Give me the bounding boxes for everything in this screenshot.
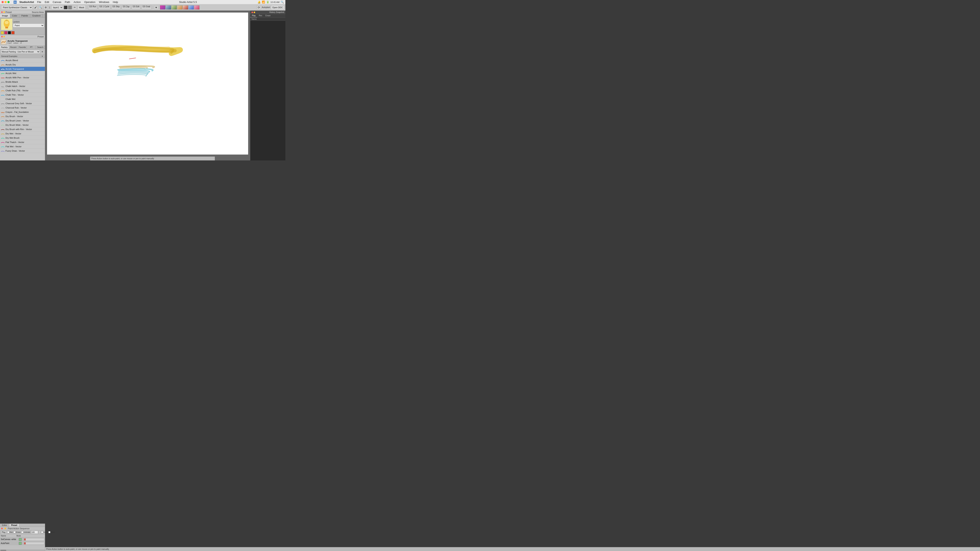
background-color[interactable] — [68, 6, 72, 9]
brush-list-item[interactable]: Acrylic With Pen - Vector — [0, 75, 45, 80]
preset-tab-pt[interactable]: PT — [27, 46, 36, 49]
swatch-pink[interactable] — [4, 31, 8, 34]
gs-skip-button[interactable]: GS Skip — [111, 5, 121, 10]
canvas-area[interactable]: Press Action button to auto-paint, or us… — [45, 11, 250, 160]
history-close-btn[interactable] — [251, 11, 253, 13]
menu-operation[interactable]: Operation — [84, 1, 96, 3]
gs-zap-button[interactable]: GS Zap — [121, 5, 130, 10]
tab-color[interactable]: Color — [10, 14, 19, 17]
brush-list-item[interactable]: Crayon - Fat_foundation — [0, 110, 45, 114]
pen-tool-icon[interactable]: ✏ — [73, 5, 77, 10]
group-header-row: General Examples ▼ — [0, 54, 45, 58]
brush-list-item[interactable]: Dry Wet - Vector — [0, 132, 45, 136]
brush-list-item[interactable]: Flat Thatch - Vector — [0, 140, 45, 144]
source-mini-btn[interactable] — [3, 11, 5, 13]
gs-run-button[interactable]: GS Run — [88, 5, 97, 10]
paint-dropdown[interactable]: Paint — [13, 24, 44, 27]
source-thumbnail[interactable] — [1, 18, 12, 30]
thumbnail-7[interactable] — [194, 5, 199, 10]
tab-image[interactable]: Image — [0, 14, 10, 17]
brush-list-item[interactable]: Bristle Attack — [0, 80, 45, 84]
menu-help[interactable]: Help — [113, 1, 119, 3]
brush-list-item[interactable]: Chalk Hatch - Vector — [0, 84, 45, 88]
brush-list-item[interactable]: Dry Brush - Vector — [0, 114, 45, 119]
minimize-button[interactable] — [5, 1, 7, 3]
preset-tab-favorite[interactable]: Favorite — [18, 46, 27, 49]
main-canvas[interactable] — [47, 13, 248, 154]
brush-list-item[interactable]: Fuzzy Draw - Vector — [0, 149, 45, 153]
brush-list-item[interactable]: Charcoal Grey Soft - Vector — [0, 101, 45, 106]
search-icon-menu[interactable]: 🔍 — [281, 1, 284, 3]
layer-selector[interactable]: layer1 — [51, 5, 63, 10]
brush-list-item[interactable]: Charcoal Rub - Vector — [0, 106, 45, 110]
brush-list-item[interactable]: Acrylic Transparent — [0, 67, 45, 71]
brush-list-item[interactable]: Acrylic Blend — [0, 58, 45, 62]
brush-item-label: Dry Wet - Vector — [5, 132, 21, 135]
brush-item-label: Dry Brush Wide - Vector — [5, 124, 29, 126]
menu-windows[interactable]: Windows — [99, 1, 110, 3]
brush-list-item[interactable]: Acrylic Dry — [0, 62, 45, 67]
thumbnail-6[interactable] — [188, 5, 194, 10]
source-close-btn[interactable] — [1, 11, 3, 13]
gs-edit-button[interactable]: GS Edit — [132, 5, 140, 10]
preset-tab-search[interactable]: Search — [36, 46, 45, 49]
maximize-button[interactable] — [8, 1, 10, 3]
swatch-yellow[interactable] — [1, 31, 4, 34]
preset-meta-key: Paint — [8, 42, 11, 44]
preset-close-btn[interactable] — [1, 36, 3, 37]
open-ddc-button[interactable]: Open DDC — [271, 5, 284, 10]
search-tool-icon[interactable]: 🔍 — [38, 5, 43, 10]
brush-list-item[interactable]: Chalk Wet — [0, 97, 45, 101]
brush-list-item[interactable]: Chalk Thin - Vector — [0, 93, 45, 97]
thumbnail-1[interactable] — [160, 5, 165, 10]
brush-list-item[interactable]: Dry Brush Wide - Vector — [0, 123, 45, 127]
method-selector[interactable]: Manual Painting - Use Pen or Mouse — [1, 50, 40, 54]
brush-list-item[interactable]: Flat Wet - Vector — [0, 144, 45, 149]
app-name: StudioArtist — [19, 1, 34, 3]
history-tab-erase[interactable]: Erase — [264, 14, 272, 17]
thumbnail-4[interactable] — [177, 5, 183, 10]
history-tab-play[interactable]: Play — [250, 14, 257, 17]
brush-list-item[interactable]: Acrylic Wet — [0, 71, 45, 75]
zoom-icon[interactable]: ⊕ — [43, 5, 48, 10]
notification-icon: 🔔 — [258, 1, 261, 3]
swatch-black[interactable] — [8, 31, 11, 34]
thumbnail-2[interactable] — [165, 5, 171, 10]
favorite-icon[interactable]: ♥ — [154, 5, 158, 10]
close-button[interactable] — [2, 1, 4, 3]
thumbnail-3[interactable] — [171, 5, 177, 10]
method-dropdown-icon[interactable]: ▼ — [41, 50, 44, 54]
history-mini-btn[interactable] — [254, 11, 255, 13]
brush-list-item[interactable]: Dry Brush Linen - Vector — [0, 119, 45, 123]
history-tab-rec[interactable]: Rec — [257, 14, 264, 17]
preset-tab-factory[interactable]: Factory — [0, 46, 9, 49]
history-title: History Snapshot — [269, 11, 284, 13]
preset-selector[interactable]: Paint Synthesizer Classic — [1, 5, 33, 10]
brush-list-item[interactable]: Chalk Rub (Tilt) - Vector — [0, 88, 45, 93]
menu-edit[interactable]: Edit — [44, 1, 49, 3]
thumbnail-5[interactable] — [183, 5, 188, 10]
brush-tool-icon[interactable]: 🖌 — [33, 5, 38, 10]
menu-path[interactable]: Path — [65, 1, 70, 3]
brush-list-item[interactable]: Dry Wet Brush — [0, 136, 45, 140]
gs-1cycle-button[interactable]: GS 1 Cycle — [98, 5, 111, 10]
tab-palette[interactable]: Palette — [19, 14, 30, 17]
gs-grab-button[interactable]: GS Grab — [141, 5, 151, 10]
right-panel: History Snapshot Play Rec Erase Name — [250, 11, 285, 160]
brush-list-item[interactable]: Dry Brush with Rim - Vector — [0, 127, 45, 132]
brush-preview-icon — [1, 115, 5, 118]
menu-file[interactable]: File — [37, 1, 41, 3]
svg-rect-2 — [5, 27, 8, 29]
preset-tab-recent[interactable]: Recent — [9, 46, 18, 49]
menu-canvas[interactable]: Canvas — [52, 1, 62, 3]
cyan-strokes — [118, 69, 153, 76]
group-collapse-icon[interactable]: ▼ — [41, 55, 44, 57]
mask-button[interactable]: Mask — [78, 5, 86, 10]
preset-mini-btn[interactable] — [3, 36, 5, 37]
menu-action[interactable]: Action — [73, 1, 81, 3]
tab-gradient[interactable]: Gradient — [30, 14, 43, 17]
foreground-color[interactable] — [64, 6, 67, 9]
source-area-header: Preset Source Area — [0, 11, 45, 14]
traffic-lights — [2, 1, 10, 3]
swatch-orange[interactable] — [11, 31, 14, 34]
